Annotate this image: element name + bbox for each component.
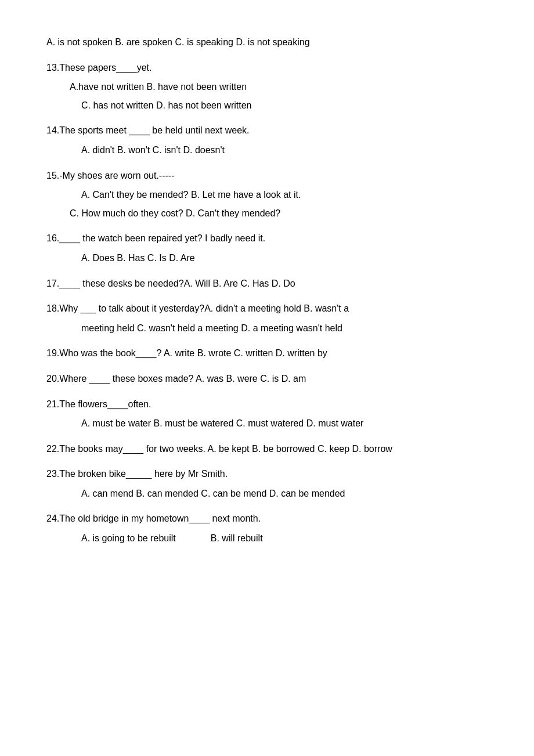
q22-stem: 22.The books may____ for two weeks. A. b… — [46, 442, 488, 457]
q24-option-a: A. is going to be rebuilt — [81, 531, 176, 546]
question-13: 13.These papers____yet. A.have not writt… — [46, 60, 488, 113]
intro-options: A. is not spoken B. are spoken C. is spe… — [46, 35, 488, 50]
question-24: 24.The old bridge in my hometown____ nex… — [46, 511, 488, 545]
q14-options: A. didn't B. won't C. isn't D. doesn't — [81, 143, 488, 158]
question-14: 14.The sports meet ____ be held until ne… — [46, 123, 488, 157]
q13-stem: 13.These papers____yet. — [46, 60, 488, 75]
q23-options: A. can mend B. can mended C. can be mend… — [81, 486, 488, 501]
question-22: 22.The books may____ for two weeks. A. b… — [46, 442, 488, 457]
q13-options-cd: C. has not written D. has not been writt… — [81, 98, 488, 113]
intro-text: A. is not spoken B. are spoken C. is spe… — [46, 35, 488, 50]
q13-options-ab: A.have not written B. have not been writ… — [70, 79, 488, 95]
question-23: 23.The broken bike_____ here by Mr Smith… — [46, 466, 488, 501]
exam-content: A. is not spoken B. are spoken C. is spe… — [46, 35, 488, 546]
question-21: 21.The flowers____often. A. must be wate… — [46, 397, 488, 431]
q15-options-ab: A. Can't they be mended? B. Let me have … — [81, 187, 488, 202]
q24-stem: 24.The old bridge in my hometown____ nex… — [46, 511, 488, 526]
question-17: 17.____ these desks be needed?A. Will B.… — [46, 276, 488, 291]
question-16: 16.____ the watch been repaired yet? I b… — [46, 231, 488, 265]
q16-stem: 16.____ the watch been repaired yet? I b… — [46, 231, 488, 246]
q23-stem: 23.The broken bike_____ here by Mr Smith… — [46, 466, 488, 482]
q18-stem: 18.Why ___ to talk about it yesterday?A.… — [46, 301, 488, 316]
q21-stem: 21.The flowers____often. — [46, 397, 488, 412]
q15-stem: 15.-My shoes are worn out.----- — [46, 168, 488, 183]
q21-options: A. must be water B. must be watered C. m… — [81, 416, 488, 431]
question-19: 19.Who was the book____? A. write B. wro… — [46, 346, 488, 361]
q15-options-cd: C. How much do they cost? D. Can't they … — [70, 206, 488, 221]
question-18: 18.Why ___ to talk about it yesterday?A.… — [46, 301, 488, 335]
q19-stem: 19.Who was the book____? A. write B. wro… — [46, 346, 488, 361]
question-20: 20.Where ____ these boxes made? A. was B… — [46, 371, 488, 386]
q24-options-row: A. is going to be rebuilt B. will rebuil… — [81, 531, 488, 546]
q14-stem: 14.The sports meet ____ be held until ne… — [46, 123, 488, 138]
q24-option-b: B. will rebuilt — [211, 531, 263, 546]
q20-stem: 20.Where ____ these boxes made? A. was B… — [46, 371, 488, 386]
q17-stem: 17.____ these desks be needed?A. Will B.… — [46, 276, 488, 291]
q18-options: meeting held C. wasn't held a meeting D.… — [81, 321, 488, 336]
q16-options: A. Does B. Has C. Is D. Are — [81, 251, 488, 266]
question-15: 15.-My shoes are worn out.----- A. Can't… — [46, 168, 488, 221]
